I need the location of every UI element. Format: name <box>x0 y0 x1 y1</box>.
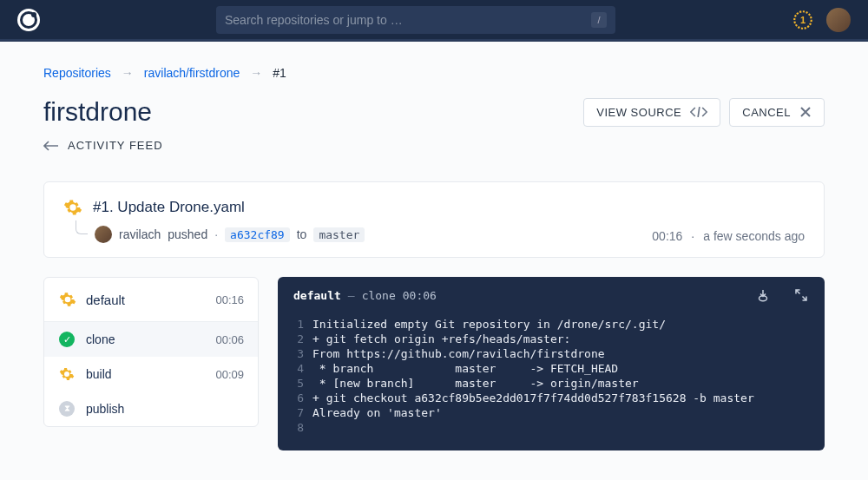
log-line: 3From https://github.com/ravilach/firstd… <box>285 346 818 361</box>
title-row: firstdrone VIEW SOURCE CANCEL <box>43 97 825 127</box>
log-panel: default — clone 00:06 1Initialized empty… <box>278 277 825 450</box>
search-box[interactable]: / <box>216 6 615 34</box>
log-step-time: 00:06 <box>403 289 437 302</box>
connector-line <box>76 220 88 234</box>
log-step-name: clone <box>362 289 396 302</box>
download-icon[interactable] <box>755 287 771 303</box>
log-body[interactable]: 1Initialized empty Git repository in /dr… <box>278 313 825 435</box>
breadcrumb-repo-path[interactable]: ravilach/firstdrone <box>144 66 240 80</box>
breadcrumb-current: #1 <box>273 66 286 80</box>
commit-hash[interactable]: a632cf89 <box>225 227 290 242</box>
running-builds-badge[interactable]: 1 <box>792 9 814 31</box>
stage-header[interactable]: default 00:16 <box>44 278 258 322</box>
step-name: build <box>86 367 215 381</box>
logo-icon[interactable] <box>17 9 40 31</box>
badge-count: 1 <box>800 15 806 25</box>
cancel-label: CANCEL <box>742 106 791 119</box>
build-title: #1. Update Drone.yaml <box>93 199 245 216</box>
code-icon <box>690 106 707 118</box>
gear-icon <box>63 198 82 217</box>
check-circle-icon: ✓ <box>58 331 76 348</box>
view-source-button[interactable]: VIEW SOURCE <box>583 98 720 127</box>
app-header: / 1 <box>0 0 868 42</box>
author-avatar <box>95 226 112 243</box>
search-input[interactable] <box>225 13 591 27</box>
stage-card: default 00:16 ✓ clone 00:06 build 00:09 <box>43 277 259 427</box>
breadcrumb: Repositories → ravilach/firstdrone → #1 <box>43 66 825 80</box>
to-label: to <box>297 227 307 241</box>
log-line: 5 * [new branch] master -> origin/master <box>285 376 818 391</box>
search-wrap: / <box>40 6 792 34</box>
step-row-build[interactable]: build 00:09 <box>44 357 258 391</box>
dot-separator: · <box>691 229 694 243</box>
user-avatar[interactable] <box>826 8 851 32</box>
header-right: 1 <box>792 8 851 32</box>
hourglass-icon: ⧗ <box>58 400 76 418</box>
step-name: clone <box>86 332 215 346</box>
activity-feed-link[interactable]: ACTIVITY FEED <box>43 139 825 152</box>
gear-icon <box>58 365 76 383</box>
slash-key-hint: / <box>591 12 607 28</box>
build-relative-time: a few seconds ago <box>703 229 805 243</box>
log-line: 8 <box>285 420 818 435</box>
log-header: default — clone 00:06 <box>278 277 825 313</box>
log-line: 2+ git fetch origin +refs/heads/master: <box>285 332 818 346</box>
arrow-left-icon <box>43 141 59 151</box>
push-verb: pushed <box>168 227 207 241</box>
log-stage-name: default <box>293 289 341 302</box>
log-line: 4 * branch master -> FETCH_HEAD <box>285 361 818 376</box>
breadcrumb-repositories[interactable]: Repositories <box>43 66 111 80</box>
gear-icon <box>58 290 77 309</box>
page-title: firstdrone <box>43 97 583 127</box>
branch-chip[interactable]: master <box>313 227 365 242</box>
activity-feed-label: ACTIVITY FEED <box>68 139 163 152</box>
cancel-button[interactable]: CANCEL <box>729 98 825 127</box>
log-line: 7Already on 'master' <box>285 405 818 420</box>
step-row-publish[interactable]: ⧗ publish <box>44 391 258 426</box>
step-name: publish <box>86 402 244 416</box>
author-name: ravilach <box>119 227 161 241</box>
close-icon <box>799 106 812 118</box>
stage-duration: 00:16 <box>215 293 244 306</box>
log-line: 1Initialized empty Git repository in /dr… <box>285 317 818 332</box>
step-row-clone[interactable]: ✓ clone 00:06 <box>44 322 258 357</box>
log-line: 6+ git checkout a632cf89b5ee2dd017f7f74d… <box>285 391 818 405</box>
view-source-label: VIEW SOURCE <box>596 106 681 119</box>
build-duration: 00:16 <box>652 229 682 243</box>
step-time: 00:09 <box>215 368 244 381</box>
build-summary-card: #1. Update Drone.yaml ravilach pushed · … <box>43 181 825 258</box>
stage-name: default <box>86 293 215 307</box>
expand-icon[interactable] <box>793 287 809 303</box>
step-time: 00:06 <box>215 333 244 346</box>
chevron-right-icon: → <box>250 66 262 80</box>
chevron-right-icon: → <box>122 66 134 80</box>
